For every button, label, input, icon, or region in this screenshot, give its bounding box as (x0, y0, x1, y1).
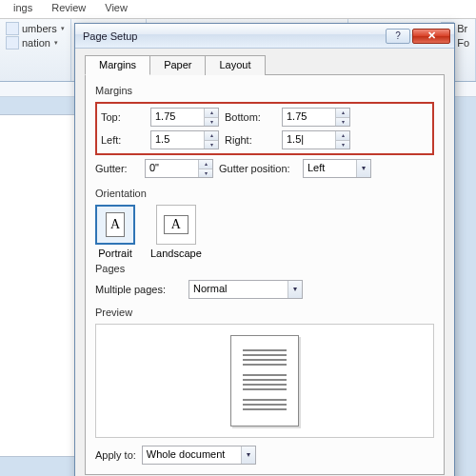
orientation-portrait[interactable]: A Portrait (95, 205, 135, 259)
help-button[interactable]: ? (386, 29, 410, 44)
portrait-icon: A (106, 212, 125, 237)
apply-to-label: Apply to: (95, 449, 136, 461)
margin-top-input[interactable]: 1.75▴▾ (150, 108, 219, 127)
landscape-icon: A (164, 215, 188, 234)
preview-box (95, 324, 434, 438)
dialog-titlebar[interactable]: Page Setup ? ✕ (75, 24, 454, 49)
dialog-title: Page Setup (83, 30, 384, 42)
tab-margins[interactable]: Margins (85, 55, 150, 75)
margin-right-input[interactable]: 1.5|▴▾ (282, 130, 350, 149)
margins-section-title: Margins (95, 85, 434, 96)
hyphenation-button[interactable]: nation▾ (6, 36, 65, 50)
margin-bottom-input[interactable]: 1.75▴▾ (282, 108, 350, 127)
margin-right-label: Right: (225, 134, 282, 146)
margin-left-input[interactable]: 1.5▴▾ (150, 130, 219, 149)
margins-highlight-box: Top: 1.75▴▾ Bottom: 1.75▴▾ Left: 1.5▴▾ R… (95, 102, 434, 155)
hyphenation-icon (6, 36, 19, 50)
preview-section-title: Preview (95, 307, 434, 318)
doc-heading: ns (0, 148, 58, 159)
line-numbers-icon (6, 22, 19, 35)
gutter-position-combo[interactable]: Left▾ (303, 159, 371, 178)
multiple-pages-combo[interactable]: Normal▾ (188, 280, 303, 299)
tab-panel-margins: Margins Top: 1.75▴▾ Bottom: 1.75▴▾ Left:… (85, 74, 445, 475)
apply-to-combo[interactable]: Whole document▾ (142, 446, 256, 465)
tab-review[interactable]: Review (42, 0, 95, 18)
preview-page-icon (230, 335, 299, 426)
margin-bottom-label: Bottom: (225, 111, 282, 123)
pages-section-title: Pages (95, 263, 434, 274)
page-setup-dialog: Page Setup ? ✕ Margins Paper Layout Marg… (74, 23, 455, 476)
tab-paper[interactable]: Paper (149, 55, 206, 75)
tab-layout[interactable]: Layout (205, 55, 265, 75)
gutter-position-label: Gutter position: (219, 163, 303, 174)
line-numbers-button[interactable]: umbers▾ (6, 22, 65, 35)
close-icon: ✕ (427, 30, 436, 42)
document-page: ns (0, 114, 76, 457)
orientation-section-title: Orientation (95, 188, 434, 199)
margin-top-label: Top: (101, 111, 150, 123)
gutter-label: Gutter: (95, 163, 145, 174)
ribbon-tabs: ings Review View (0, 0, 476, 19)
margin-left-label: Left: (101, 134, 150, 146)
orientation-landscape[interactable]: A Landscape (150, 205, 202, 259)
tab-view[interactable]: View (95, 0, 137, 18)
multiple-pages-label: Multiple pages: (95, 284, 181, 295)
ribbon-group-pagesetup-partial: umbers▾ nation▾ (0, 19, 71, 81)
close-button[interactable]: ✕ (412, 29, 450, 44)
dialog-tabs: Margins Paper Layout (85, 54, 445, 74)
gutter-input[interactable]: 0"▴▾ (145, 159, 213, 178)
tab-mailings[interactable]: ings (4, 0, 42, 18)
